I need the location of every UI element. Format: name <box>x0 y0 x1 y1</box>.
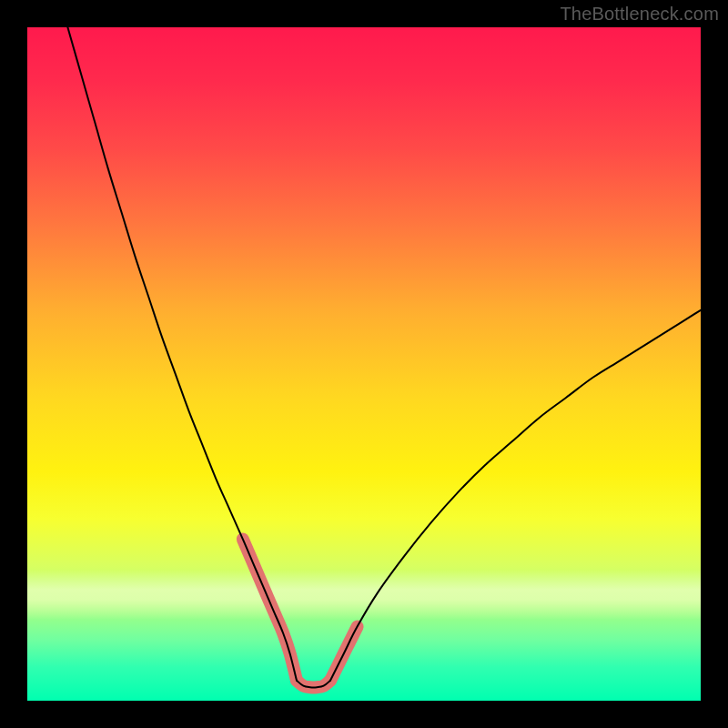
curve-right-branch <box>330 310 701 681</box>
curves-layer <box>27 27 701 701</box>
chart-stage: TheBottleneck.com <box>0 0 728 728</box>
watermark-text: TheBottleneck.com <box>560 4 719 25</box>
highlight-segment <box>243 539 297 680</box>
curve-left-branch <box>67 27 297 681</box>
curve-group <box>67 27 701 687</box>
highlight-group <box>243 539 358 687</box>
